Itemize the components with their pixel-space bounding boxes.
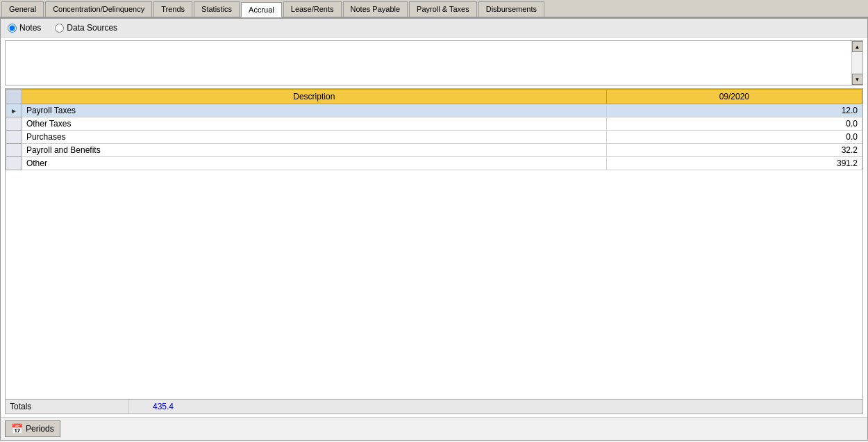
- data-sources-radio-text: Data Sources: [67, 23, 117, 33]
- row-value: 32.2: [606, 144, 862, 157]
- tab-general[interactable]: General: [1, 1, 44, 17]
- tab-payroll-taxes[interactable]: Payroll & Taxes: [409, 1, 477, 17]
- notes-radio[interactable]: [8, 24, 17, 33]
- periods-button[interactable]: 📅 Periods: [5, 420, 60, 437]
- tab-trends[interactable]: Trends: [153, 1, 192, 17]
- notes-scrollbar: ▲ ▼: [851, 41, 862, 85]
- tab-statistics[interactable]: Statistics: [194, 1, 240, 17]
- table-row[interactable]: Purchases0.0: [6, 131, 862, 144]
- data-sources-radio-label[interactable]: Data Sources: [55, 23, 117, 33]
- col-header-description: Description: [22, 90, 606, 104]
- periods-icon: 📅: [11, 423, 23, 434]
- notes-area-wrapper: ▲ ▼: [5, 40, 863, 85]
- scroll-down-btn[interactable]: ▼: [852, 74, 863, 85]
- table-row[interactable]: Payroll and Benefits32.2: [6, 144, 862, 157]
- tab-bar: GeneralConcentration/DelinquencyTrendsSt…: [0, 0, 868, 18]
- table-section: Description 09/2020 ►Payroll Taxes12.0Ot…: [5, 88, 863, 414]
- row-value: 0.0: [606, 117, 862, 131]
- row-description: Other: [22, 157, 606, 170]
- tab-lease-rents[interactable]: Lease/Rents: [283, 1, 342, 17]
- row-index: [6, 144, 22, 157]
- notes-textarea[interactable]: [6, 41, 862, 85]
- table-row[interactable]: Other391.2: [6, 157, 862, 170]
- notes-radio-text: Notes: [19, 23, 41, 33]
- accrual-table: Description 09/2020 ►Payroll Taxes12.0Ot…: [6, 89, 862, 170]
- row-description: Other Taxes: [22, 117, 606, 131]
- tab-disbursements[interactable]: Disbursements: [478, 1, 544, 17]
- notes-radio-label[interactable]: Notes: [8, 23, 41, 33]
- main-content: Notes Data Sources ▲ ▼ Description 09/20…: [0, 18, 868, 441]
- tab-concentration[interactable]: Concentration/Delinquency: [45, 1, 152, 17]
- row-index: [6, 117, 22, 131]
- periods-button-label: Periods: [26, 424, 54, 434]
- row-description: Payroll and Benefits: [22, 144, 606, 157]
- table-scroll-area[interactable]: Description 09/2020 ►Payroll Taxes12.0Ot…: [6, 89, 862, 399]
- row-description: Payroll Taxes: [22, 104, 606, 117]
- row-value: 391.2: [606, 157, 862, 170]
- tab-accrual[interactable]: Accrual: [241, 2, 282, 17]
- row-value: 12.0: [606, 104, 862, 117]
- totals-value: 435.4: [129, 400, 178, 414]
- totals-label: Totals: [6, 400, 129, 414]
- tab-notes-payable[interactable]: Notes Payable: [343, 1, 408, 17]
- row-index: [6, 157, 22, 170]
- row-index: [6, 131, 22, 144]
- row-description: Purchases: [22, 131, 606, 144]
- data-sources-radio[interactable]: [55, 24, 64, 33]
- bottom-bar: 📅 Periods: [1, 417, 867, 440]
- radio-bar: Notes Data Sources: [1, 19, 867, 38]
- col-header-date: 09/2020: [606, 90, 862, 104]
- expand-icon[interactable]: ►: [10, 107, 17, 115]
- row-index: ►: [6, 104, 22, 117]
- scroll-up-btn[interactable]: ▲: [852, 41, 863, 52]
- table-row[interactable]: Other Taxes0.0: [6, 117, 862, 131]
- table-row[interactable]: ►Payroll Taxes12.0: [6, 104, 862, 117]
- totals-row: Totals 435.4: [6, 399, 862, 414]
- col-header-index: [6, 90, 22, 104]
- row-value: 0.0: [606, 131, 862, 144]
